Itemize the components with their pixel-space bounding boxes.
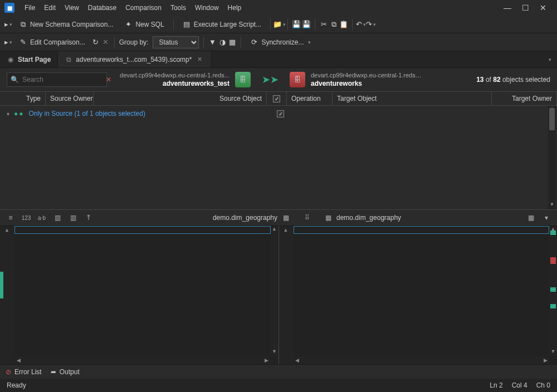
error-list-tab[interactable]: ⊘ Error List — [6, 368, 42, 376]
target-db-block: devart.cp99r4ediwxp.eu-central-1.redshi.… — [311, 72, 422, 87]
group-status-icon: ●● — [14, 110, 25, 117]
tab-start-page[interactable]: ◉ Start Page — [0, 51, 58, 67]
left-hscroll[interactable]: ◀▶ — [14, 356, 271, 364]
search-box[interactable]: 🔍 ✕ — [7, 72, 107, 87]
output-label: Output — [60, 368, 80, 376]
col-target-owner[interactable]: Target Owner — [492, 92, 557, 105]
dropdown-icon[interactable]: ▸▾ — [4, 21, 12, 28]
col-checkbox[interactable] — [267, 92, 287, 105]
grid-body: ▾●●Only in Source (1 of 1 objects select… — [0, 106, 557, 209]
filter-icon[interactable]: ▼ — [208, 38, 216, 46]
synchronize-button[interactable]: ⟳ Synchronize... ▾ — [246, 36, 315, 48]
fold-icon[interactable]: ▲ — [4, 227, 9, 233]
menu-help[interactable]: Help — [223, 2, 246, 14]
menu-edit[interactable]: Edit — [40, 2, 60, 14]
layout-icon[interactable]: ▦ — [228, 38, 236, 46]
selection-count: 13 of 82 objects selected — [476, 76, 550, 84]
source-host: devart.cp99r4ediwxp.eu-central-1.reds... — [118, 72, 229, 79]
save-icon[interactable]: 💾 — [292, 21, 300, 28]
diff-right-pane: ▲ ▲▼ ◀▶ — [279, 226, 558, 364]
synchronize-label: Synchronize... — [261, 38, 304, 46]
comparison-header: 🔍 ✕ devart.cp99r4ediwxp.eu-central-1.red… — [0, 68, 557, 91]
scroll-down-icon[interactable]: ▼ — [548, 202, 556, 209]
target-db-name: adventureworks — [311, 80, 362, 87]
diff-prev-icon[interactable]: ▥ — [52, 213, 62, 222]
diff-options-icon[interactable]: ▾ — [541, 213, 551, 222]
diff-collapse-icon[interactable]: ≡ — [6, 213, 16, 222]
search-clear-icon[interactable]: ✕ — [106, 76, 111, 84]
new-sql-button[interactable]: ✦ New SQL — [120, 18, 168, 31]
search-input[interactable] — [22, 76, 106, 84]
script-icon: ▤ — [183, 21, 190, 28]
undo-icon[interactable]: ↶▾ — [357, 21, 365, 28]
cut-icon[interactable]: ✂ — [320, 21, 328, 28]
group-by-label: Group by: — [119, 38, 149, 46]
menu-window[interactable]: Window — [190, 2, 223, 14]
window-close[interactable]: ✕ — [539, 4, 547, 12]
status-ready: Ready — [7, 381, 26, 389]
source-db-name: adventureworks_test — [163, 80, 229, 87]
change-marker — [0, 272, 3, 298]
copy-icon[interactable]: ⧉ — [330, 21, 338, 28]
col-source-owner[interactable]: Source Owner — [46, 92, 94, 105]
header-checkbox[interactable] — [273, 95, 280, 102]
menu-file[interactable]: File — [20, 2, 40, 14]
search-icon: 🔍 — [11, 76, 19, 84]
col-target-object[interactable]: Target Object — [333, 92, 492, 105]
window-minimize[interactable]: — — [504, 4, 511, 12]
diff-goto-icon[interactable]: ⤒ — [84, 213, 94, 222]
new-schema-comparison-button[interactable]: ⧉ New Schema Comparison... — [14, 18, 118, 31]
tab-close-icon[interactable]: ✕ — [195, 56, 204, 63]
save-all-icon[interactable]: 💾 — [302, 21, 310, 28]
diff-right-title: demo.dim_geography — [336, 214, 401, 222]
group-by-select[interactable]: Status — [153, 36, 199, 48]
comparison-toolbar: ▸▾ ✎ Edit Comparison... ↻ ✕ Group by: St… — [0, 33, 557, 51]
diff-left-title: demo.dim_geography — [213, 214, 277, 222]
col-type[interactable]: Type — [0, 92, 46, 105]
execute-large-script-button[interactable]: ▤ Execute Large Script... — [178, 18, 266, 31]
dropdown-icon[interactable]: ▸▾ — [4, 38, 12, 46]
window-maximize[interactable]: ☐ — [521, 4, 529, 12]
col-source-object[interactable]: Source Object — [94, 92, 267, 105]
grid-view-icon[interactable]: ▦ — [526, 213, 536, 222]
diff-text-icon[interactable]: a·b — [37, 213, 47, 222]
group-row[interactable]: ▾●●Only in Source (1 of 1 objects select… — [0, 106, 557, 121]
filter-settings-icon[interactable]: ◑ — [218, 38, 226, 46]
folder-open-icon[interactable]: 📁▾ — [275, 21, 283, 28]
home-icon: ◉ — [7, 56, 14, 63]
fold-icon[interactable]: ▲ — [284, 227, 289, 233]
diff-next-icon[interactable]: ▥ — [68, 213, 78, 222]
chevron-down-icon: ▾ — [7, 111, 9, 117]
right-hscroll[interactable]: ◀▶ — [294, 356, 550, 364]
tab-overflow-icon[interactable]: ▾ — [549, 57, 551, 62]
edit-comparison-button[interactable]: ✎ Edit Comparison... — [14, 36, 90, 48]
group-checkbox[interactable] — [277, 110, 284, 117]
left-vscroll[interactable]: ▲▼ — [271, 226, 278, 356]
col-operation[interactable]: Operation — [287, 92, 333, 105]
right-diffmap[interactable] — [549, 226, 557, 364]
source-db-icon: 🗄 — [235, 72, 251, 87]
diff-numbers-icon[interactable]: 123 — [21, 213, 31, 222]
diff-left-pane: ▲ ▲▼ ◀▶ — [0, 226, 279, 364]
left-gutter: ▲ — [0, 226, 14, 364]
menu-comparison[interactable]: Comparison — [121, 2, 166, 14]
redo-icon[interactable]: ↷▾ — [367, 21, 375, 28]
target-db-icon: 🗄 — [290, 72, 305, 87]
error-icon: ⊘ — [6, 368, 11, 376]
status-char: Ch 0 — [536, 381, 550, 389]
app-icon: ▦ — [4, 3, 14, 13]
paste-icon[interactable]: 📋 — [340, 21, 348, 28]
menu-database[interactable]: Database — [84, 2, 121, 14]
sync-icon: ⟳ — [250, 38, 258, 46]
scroll-thumb[interactable] — [549, 108, 555, 130]
menu-tools[interactable]: Tools — [166, 2, 190, 14]
menu-bar: ▦ FileEditViewDatabaseComparisonToolsWin… — [0, 0, 557, 16]
menu-view[interactable]: View — [60, 2, 84, 14]
tab-document[interactable]: ⧉ adventureworks_t...com_5439).scomp* ✕ — [58, 51, 212, 67]
output-tab[interactable]: ➦ Output — [51, 368, 80, 376]
edit-icon: ✎ — [19, 38, 27, 46]
tab-label: Start Page — [18, 56, 51, 63]
refresh-icon[interactable]: ↻ — [92, 38, 100, 46]
stop-icon[interactable]: ✕ — [102, 38, 110, 46]
grid-vertical-scrollbar[interactable]: ▲ ▼ — [548, 106, 556, 209]
